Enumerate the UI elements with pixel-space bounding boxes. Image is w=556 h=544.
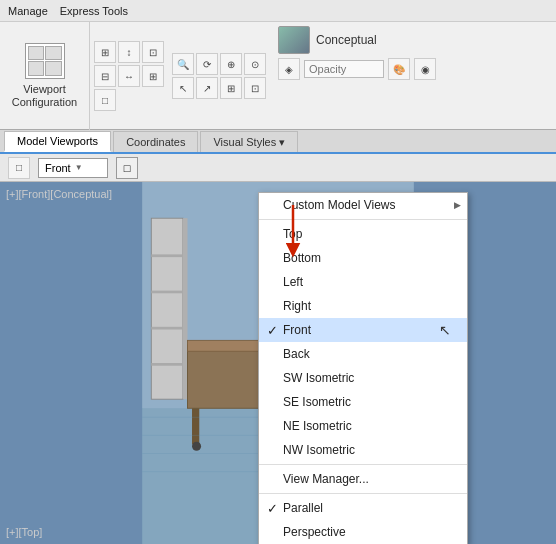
- menu-item-back[interactable]: Back: [259, 342, 467, 366]
- menu-label-se-isometric: SE Isometric: [283, 395, 459, 409]
- visual-style-extra[interactable]: 🎨: [388, 58, 410, 80]
- viewport-config-label: ViewportConfiguration: [12, 83, 77, 109]
- menu-label-top: Top: [283, 227, 459, 241]
- menu-label-sw-isometric: SW Isometric: [283, 371, 459, 385]
- icon-row-5: ↖ ↗ ⊞ ⊡: [172, 77, 266, 99]
- toolbar: Manage Express Tools ViewportConfigurati…: [0, 0, 556, 130]
- viewport-config-icon[interactable]: [25, 43, 65, 79]
- icon-1c[interactable]: ⊡: [142, 41, 164, 63]
- view-dropdown[interactable]: Front ▼: [38, 158, 108, 178]
- icon-5a[interactable]: ↖: [172, 77, 194, 99]
- tab-visual-styles[interactable]: Visual Styles ▾: [200, 131, 298, 152]
- style-dropdown-row: Conceptual: [278, 26, 548, 54]
- menu-label-back: Back: [283, 347, 459, 361]
- menu-item-ne-isometric[interactable]: NE Isometric: [259, 414, 467, 438]
- menu-item-sw-isometric[interactable]: SW Isometric: [259, 366, 467, 390]
- icon-5c[interactable]: ⊞: [220, 77, 242, 99]
- icon-2c[interactable]: ⊞: [142, 65, 164, 87]
- icon-1a[interactable]: ⊞: [94, 41, 116, 63]
- menu-item-view-manager[interactable]: View Manager...: [259, 467, 467, 491]
- check-front: ✓: [267, 323, 283, 338]
- menu-label-parallel: Parallel: [283, 501, 459, 515]
- main-viewport: [+][Front][Conceptual] [+][Top] Custom M…: [0, 182, 556, 544]
- icon-group-2: 🔍 ⟳ ⊕ ⊙ ↖ ↗ ⊞ ⊡: [168, 22, 270, 130]
- controls-icon-1[interactable]: □: [8, 157, 30, 179]
- icon-5d[interactable]: ⊡: [244, 77, 266, 99]
- menu-bar: Manage Express Tools: [0, 0, 556, 22]
- menu-label-view-manager: View Manager...: [283, 472, 459, 486]
- check-empty-6: [267, 347, 283, 362]
- menu-label-front: Front: [283, 323, 459, 337]
- visual-style-extra2[interactable]: ◉: [414, 58, 436, 80]
- opacity-input[interactable]: [304, 60, 384, 78]
- viewport-label-top: [+][Front][Conceptual]: [4, 186, 114, 202]
- icon-1b[interactable]: ↕: [118, 41, 140, 63]
- icon-row-4: 🔍 ⟳ ⊕ ⊙: [172, 53, 266, 75]
- cursor-icon: ↖: [439, 322, 451, 338]
- svg-point-20: [192, 442, 201, 451]
- icon-4b[interactable]: ⟳: [196, 53, 218, 75]
- check-empty-9: [267, 419, 283, 434]
- toolbar-main: ViewportConfiguration ⊞ ↕ ⊡ ⊟ ↔ ⊞ □ 🔍 ⟳ …: [0, 22, 556, 130]
- menu-item-parallel[interactable]: ✓ Parallel: [259, 496, 467, 520]
- tab-model-viewports[interactable]: Model Viewports: [4, 131, 111, 152]
- square-btn-1[interactable]: □: [116, 157, 138, 179]
- svg-rect-8: [151, 363, 183, 366]
- menu-label-perspective: Perspective: [283, 525, 459, 539]
- svg-rect-3: [151, 218, 183, 399]
- icon-2b[interactable]: ↔: [118, 65, 140, 87]
- menu-label-bottom: Bottom: [283, 251, 459, 265]
- menu-item-left[interactable]: Left: [259, 270, 467, 294]
- menu-label-ne-isometric: NE Isometric: [283, 419, 459, 433]
- icon-row-3: □: [94, 89, 116, 111]
- icon-group-1: ⊞ ↕ ⊡ ⊟ ↔ ⊞ □: [90, 22, 168, 130]
- viewport-config-section: ViewportConfiguration: [0, 22, 90, 130]
- check-empty-11: [267, 472, 283, 487]
- menu-item-perspective[interactable]: Perspective: [259, 520, 467, 544]
- menu-item-nw-isometric[interactable]: NW Isometric: [259, 438, 467, 462]
- menu-item-front[interactable]: ✓ Front ↖: [259, 318, 467, 342]
- check-empty-4: [267, 275, 283, 290]
- controls-row: □ Front ▼ □: [0, 154, 556, 182]
- divider-2: [259, 464, 467, 465]
- opacity-bar: ◈ 🎨 ◉: [278, 58, 548, 80]
- icon-row-1: ⊞ ↕ ⊡: [94, 41, 164, 63]
- tab-coordinates[interactable]: Coordinates: [113, 131, 198, 152]
- svg-rect-7: [151, 327, 183, 330]
- icon-4d[interactable]: ⊙: [244, 53, 266, 75]
- check-empty-8: [267, 395, 283, 410]
- style-label: Conceptual: [316, 33, 377, 47]
- icon-2a[interactable]: ⊟: [94, 65, 116, 87]
- menu-item-right[interactable]: Right: [259, 294, 467, 318]
- menu-item-se-isometric[interactable]: SE Isometric: [259, 390, 467, 414]
- check-parallel: ✓: [267, 501, 283, 516]
- style-preview-icon: [278, 26, 310, 54]
- svg-rect-11: [192, 408, 199, 444]
- menu-label-left: Left: [283, 275, 459, 289]
- menu-manage[interactable]: Manage: [8, 5, 48, 17]
- svg-rect-4: [183, 218, 188, 399]
- view-dropdown-label: Front: [45, 162, 71, 174]
- check-empty-7: [267, 371, 283, 386]
- viewport-label-bottom: [+][Top]: [4, 524, 44, 540]
- menu-label-custom-model-views: Custom Model Views: [283, 198, 459, 212]
- check-empty-12: [267, 525, 283, 540]
- svg-rect-5: [151, 254, 183, 257]
- menu-label-right: Right: [283, 299, 459, 313]
- check-empty-5: [267, 299, 283, 314]
- red-arrow-annotation: [278, 200, 308, 263]
- menu-label-nw-isometric: NW Isometric: [283, 443, 459, 457]
- icon-3a[interactable]: □: [94, 89, 116, 111]
- ribbon-tabs: Model Viewports Coordinates Visual Style…: [0, 130, 556, 154]
- dropdown-arrow-icon: ▼: [75, 163, 83, 172]
- icon-row-2: ⊟ ↔ ⊞: [94, 65, 164, 87]
- icon-4a[interactable]: 🔍: [172, 53, 194, 75]
- divider-3: [259, 493, 467, 494]
- icon-4c[interactable]: ⊕: [220, 53, 242, 75]
- visual-styles-section: Conceptual ◈ 🎨 ◉: [270, 22, 556, 130]
- icon-5b[interactable]: ↗: [196, 77, 218, 99]
- menu-express-tools[interactable]: Express Tools: [60, 5, 128, 17]
- svg-rect-6: [151, 291, 183, 294]
- check-empty-10: [267, 443, 283, 458]
- opacity-icon[interactable]: ◈: [278, 58, 300, 80]
